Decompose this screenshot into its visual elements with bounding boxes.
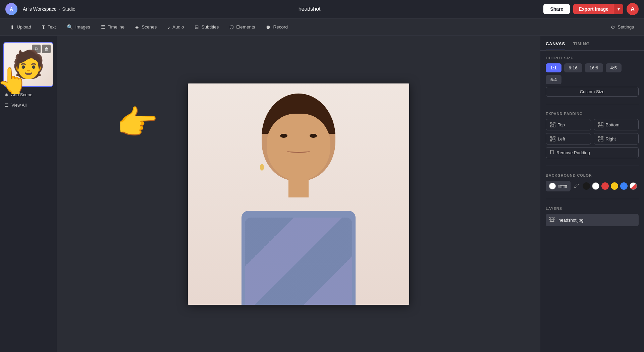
- custom-size-button[interactable]: Custom Size: [546, 87, 639, 97]
- tab-timing[interactable]: TIMING: [573, 41, 590, 50]
- bg-color-row: #ffffff 🖊: [546, 181, 639, 191]
- logo-letter: A: [10, 6, 13, 12]
- padding-right-button[interactable]: Right: [594, 133, 639, 144]
- audio-button[interactable]: ♪ Audio: [163, 22, 189, 32]
- svg-rect-0: [551, 123, 554, 124]
- view-all-icon: ☰: [5, 103, 9, 108]
- color-swatches: [583, 182, 637, 190]
- elements-button[interactable]: ⬡ Elements: [225, 22, 260, 33]
- scenes-button[interactable]: ◈ Scenes: [130, 22, 161, 33]
- subtitles-button[interactable]: ⊟ Subtitles: [190, 22, 223, 33]
- canvas-area[interactable]: 👈: [57, 36, 540, 352]
- size-buttons: 1:1 9:16 16:9 4:5 5:4: [546, 63, 639, 84]
- scenes-icon: ◈: [135, 24, 139, 30]
- add-scene-button[interactable]: ⊕ Add Scene: [0, 90, 57, 100]
- studio-label[interactable]: Studio: [62, 6, 75, 12]
- bg-color-title: BACKGROUND COLOR: [546, 173, 639, 177]
- bg-color-swatch: [549, 183, 556, 189]
- elements-icon: ⬡: [229, 24, 234, 30]
- padding-top-button[interactable]: Top: [546, 119, 591, 130]
- path-separator: ›: [58, 6, 60, 12]
- color-swatch-transparent[interactable]: [630, 182, 637, 190]
- text-icon: 𝐓: [42, 24, 45, 30]
- svg-rect-5: [552, 138, 554, 140]
- images-button[interactable]: 🔍 Images: [62, 22, 95, 33]
- size-btn-4-5[interactable]: 4:5: [606, 63, 622, 72]
- padding-top-icon: [550, 122, 555, 127]
- export-chevron-button[interactable]: ▾: [614, 4, 623, 14]
- padding-bottom-icon: [598, 122, 603, 127]
- output-size-title: OUTPUT SIZE: [546, 56, 639, 60]
- audio-icon: ♪: [167, 24, 170, 30]
- svg-rect-8: [550, 151, 554, 154]
- record-icon: ⏺: [266, 24, 271, 30]
- share-button[interactable]: Share: [543, 4, 570, 14]
- size-btn-9-16[interactable]: 9:16: [564, 63, 582, 72]
- bg-color-input[interactable]: #ffffff: [546, 181, 571, 191]
- record-button[interactable]: ⏺ Record: [261, 22, 292, 32]
- svg-rect-3: [600, 123, 602, 125]
- timeline-button[interactable]: ☰ Timeline: [96, 22, 129, 33]
- expand-padding-title: EXPAND PADDING: [546, 112, 639, 116]
- top-nav: A Ari's Workspace › Studio headshot Shar…: [0, 0, 644, 18]
- logo-avatar: A: [5, 3, 17, 15]
- eyedropper-icon: 🖊: [574, 183, 579, 189]
- images-icon: 🔍: [67, 24, 73, 30]
- padding-grid: Top Bottom Left: [546, 119, 639, 144]
- add-scene-icon: ⊕: [5, 92, 8, 97]
- color-swatch-red[interactable]: [601, 182, 609, 190]
- padding-bottom-button[interactable]: Bottom: [594, 119, 639, 130]
- svg-rect-6: [602, 137, 602, 140]
- view-all-button[interactable]: ☰ View All: [0, 100, 57, 110]
- workspace-name[interactable]: Ari's Workspace: [23, 6, 56, 12]
- right-panel-tabs: CANVAS TIMING: [540, 36, 644, 51]
- output-size-section: OUTPUT SIZE 1:1 9:16 16:9 4:5 5:4 Custom…: [546, 56, 639, 97]
- toolbar: ⬆ Upload 𝐓 Text 🔍 Images ☰ Timeline ◈ Sc…: [0, 18, 644, 36]
- upload-button[interactable]: ⬆ Upload: [5, 22, 36, 33]
- left-panel: 🧑 ⧉ 🗑 👆 ⊕ Add Scene ☰ View All: [0, 36, 57, 352]
- padding-left-button[interactable]: Left: [546, 133, 591, 144]
- upload-icon: ⬆: [10, 24, 14, 30]
- settings-icon: ⚙: [611, 24, 615, 30]
- divider-3: [546, 199, 639, 199]
- divider-1: [546, 104, 639, 104]
- color-swatch-black[interactable]: [583, 182, 590, 190]
- main-content: 🧑 ⧉ 🗑 👆 ⊕ Add Scene ☰ View All 👈: [0, 36, 644, 352]
- canvas-frame[interactable]: [188, 83, 409, 305]
- svg-rect-7: [599, 138, 601, 140]
- timeline-icon: ☰: [101, 24, 105, 30]
- canvas-image: [188, 83, 409, 305]
- scene-thumbnail[interactable]: 🧑 ⧉ 🗑: [3, 42, 53, 87]
- text-button[interactable]: 𝐓 Text: [37, 22, 61, 33]
- user-avatar[interactable]: A: [627, 3, 639, 15]
- workspace-path: Ari's Workspace › Studio: [23, 6, 75, 12]
- layer-name: headshot.jpg: [558, 218, 583, 223]
- nav-actions: Share Export Image ▾ A: [543, 3, 639, 15]
- right-panel: CANVAS TIMING OUTPUT SIZE 1:1 9:16 16:9 …: [540, 36, 644, 352]
- eyedropper-button[interactable]: 🖊: [574, 183, 579, 189]
- svg-rect-2: [599, 126, 602, 126]
- padding-right-icon: [598, 136, 603, 141]
- subtitles-icon: ⊟: [195, 24, 199, 30]
- export-button[interactable]: Export Image: [573, 4, 614, 14]
- divider-2: [546, 166, 639, 166]
- color-swatch-white[interactable]: [592, 182, 599, 190]
- size-btn-16-9[interactable]: 16:9: [585, 63, 603, 72]
- svg-rect-4: [551, 137, 552, 140]
- layers-section: LAYERS 🖼 headshot.jpg: [546, 207, 639, 226]
- right-panel-body: OUTPUT SIZE 1:1 9:16 16:9 4:5 5:4 Custom…: [540, 51, 644, 232]
- layer-item[interactable]: 🖼 headshot.jpg: [546, 214, 639, 226]
- expand-padding-section: EXPAND PADDING Top Bottom: [546, 112, 639, 158]
- project-title[interactable]: headshot: [81, 6, 538, 12]
- size-btn-1-1[interactable]: 1:1: [546, 63, 561, 72]
- remove-padding-icon: [550, 150, 554, 155]
- bg-color-value: #ffffff: [558, 184, 567, 189]
- color-swatch-yellow[interactable]: [611, 182, 618, 190]
- remove-padding-button[interactable]: Remove Padding: [546, 147, 639, 158]
- settings-button[interactable]: ⚙ Settings: [606, 22, 639, 32]
- layer-image-icon: 🖼: [549, 217, 555, 224]
- color-swatch-blue[interactable]: [620, 182, 628, 190]
- background-color-section: BACKGROUND COLOR #ffffff 🖊: [546, 173, 639, 191]
- size-btn-5-4[interactable]: 5:4: [546, 75, 561, 84]
- tab-canvas[interactable]: CANVAS: [546, 41, 565, 50]
